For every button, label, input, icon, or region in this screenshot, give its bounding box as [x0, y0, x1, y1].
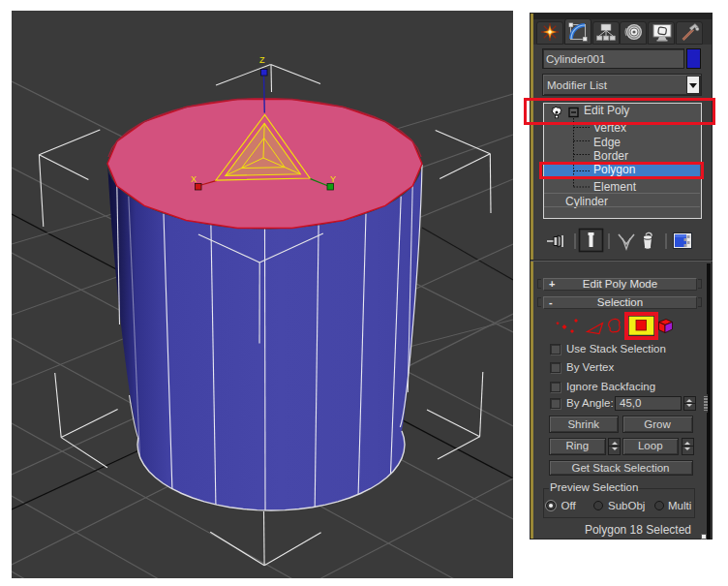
svg-text:X: X — [191, 174, 197, 184]
svg-text:Z: Z — [259, 55, 265, 65]
svg-text:Y: Y — [330, 174, 336, 184]
